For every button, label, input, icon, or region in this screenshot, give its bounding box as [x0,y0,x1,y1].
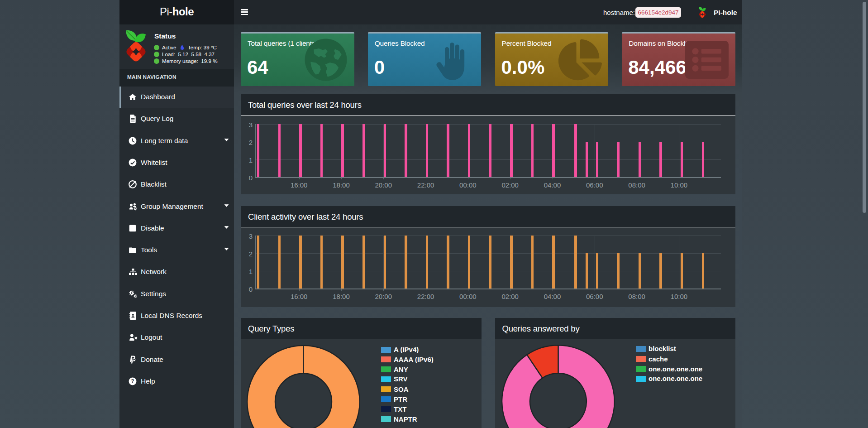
svg-text:?: ? [131,378,134,384]
